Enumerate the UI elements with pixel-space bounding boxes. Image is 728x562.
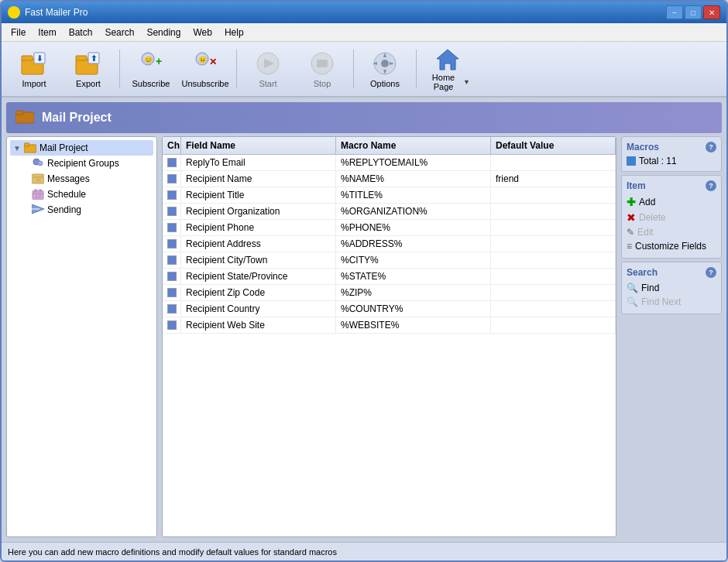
row-checkbox-1[interactable] (163, 171, 181, 187)
homepage-button[interactable]: Home Page ▼ (421, 45, 474, 93)
svg-rect-24 (15, 111, 23, 115)
table-row[interactable]: Recipient Name %NAME% friend (163, 171, 616, 187)
checkbox-7[interactable] (167, 272, 177, 281)
table-row[interactable]: Recipient Web Site %WEBSITE% (163, 317, 616, 334)
row-macro-0: %REPLYTOEMAIL% (336, 155, 491, 170)
svg-text:12: 12 (35, 194, 41, 199)
tree-recipient-groups-label: Recipient Groups (47, 158, 119, 169)
checkbox-8[interactable] (167, 288, 177, 297)
find-icon: 🔍 (627, 283, 638, 293)
checkbox-0[interactable] (167, 158, 177, 167)
toolbar-sep-1 (119, 50, 120, 88)
table-row[interactable]: Recipient Address %ADDRESS% (163, 236, 616, 252)
maximize-button[interactable]: □ (685, 5, 702, 19)
menu-item-item[interactable]: Item (32, 26, 62, 39)
table-row[interactable]: ReplyTo Email %REPLYTOEMAIL% (163, 155, 616, 171)
menu-item-file[interactable]: File (5, 26, 32, 39)
row-default-8 (491, 285, 616, 300)
row-checkbox-3[interactable] (163, 204, 181, 219)
find-action[interactable]: 🔍 Find (627, 281, 716, 295)
row-checkbox-10[interactable] (163, 317, 181, 333)
tree-item-sending[interactable]: Sending (10, 202, 153, 218)
project-header: Mail Project (6, 102, 722, 133)
subscribe-button[interactable]: 😊 + Subscribe (125, 45, 177, 93)
menu-item-batch[interactable]: Batch (63, 26, 99, 39)
row-checkbox-2[interactable] (163, 187, 181, 203)
row-checkbox-7[interactable] (163, 269, 181, 284)
tree-item-messages[interactable]: ✉ Messages (10, 171, 153, 187)
grid-header-default: Default Value (491, 137, 616, 154)
macros-help-icon[interactable]: ? (706, 142, 716, 152)
checkbox-3[interactable] (167, 207, 177, 216)
row-checkbox-0[interactable] (163, 155, 181, 170)
toolbar-sep-2 (236, 50, 237, 88)
checkbox-6[interactable] (167, 255, 177, 265)
add-action[interactable]: ✚ Add (627, 194, 716, 210)
table-row[interactable]: Recipient Phone %PHONE% (163, 220, 616, 236)
table-row[interactable]: Recipient Zip Code %ZIP% (163, 285, 616, 301)
import-button[interactable]: ⬇ Import (8, 45, 60, 93)
add-icon: ✚ (627, 196, 636, 208)
macros-title: Macros (627, 142, 659, 152)
customize-label: Customize Fields (635, 241, 706, 252)
row-macro-10: %WEBSITE% (336, 317, 491, 333)
menu-item-search[interactable]: Search (98, 26, 140, 39)
checkbox-4[interactable] (167, 223, 177, 232)
options-icon (371, 50, 399, 77)
export-button[interactable]: ⬆ Export (62, 45, 115, 93)
row-checkbox-5[interactable] (163, 236, 181, 252)
search-title: Search (627, 267, 658, 278)
minimize-button[interactable]: − (666, 5, 683, 19)
tree-root-item[interactable]: ▼ Mail Project (10, 140, 153, 156)
row-field-4: Recipient Phone (181, 220, 336, 235)
tree-item-schedule[interactable]: 12 Schedule (10, 187, 153, 202)
homepage-icon (434, 46, 462, 71)
row-checkbox-8[interactable] (163, 285, 181, 300)
content-row: ▼ Mail Project (6, 136, 722, 537)
menu-item-help[interactable]: Help (218, 26, 250, 39)
title-bar: Fast Mailer Pro − □ ✕ (2, 2, 726, 23)
row-macro-1: %NAME% (336, 171, 491, 187)
row-macro-9: %COUNTRY% (336, 301, 491, 317)
table-row[interactable]: Recipient Country %COUNTRY% (163, 301, 616, 317)
macros-total-label: Total : 11 (639, 156, 677, 166)
project-title: Mail Project (42, 111, 112, 125)
table-row[interactable]: Recipient Title %TITLE% (163, 187, 616, 204)
row-macro-4: %PHONE% (336, 220, 491, 235)
homepage-dropdown-arrow[interactable]: ▼ (463, 78, 470, 86)
delete-label: Delete (639, 212, 666, 223)
row-macro-7: %STATE% (336, 269, 491, 284)
customize-action[interactable]: ≡ Customize Fields (627, 239, 716, 253)
status-text: Here you can add new macro definitions a… (8, 547, 337, 557)
tree-expand-icon[interactable]: ▼ (13, 144, 22, 152)
grid-header-ch: Ch (163, 137, 181, 154)
checkbox-2[interactable] (167, 190, 177, 200)
checkbox-9[interactable] (167, 304, 177, 314)
checkbox-10[interactable] (167, 320, 177, 330)
row-checkbox-9[interactable] (163, 301, 181, 317)
tree-root-icon (24, 142, 36, 154)
menu-item-sending[interactable]: Sending (140, 26, 187, 39)
menu-item-web[interactable]: Web (187, 26, 218, 39)
status-bar: Here you can add new macro definitions a… (2, 542, 726, 560)
options-button[interactable]: Options (359, 45, 411, 93)
checkbox-1[interactable] (167, 174, 177, 183)
search-help-icon[interactable]: ? (706, 267, 716, 278)
edit-icon: ✎ (627, 227, 634, 238)
svg-text:✉: ✉ (36, 178, 40, 183)
row-field-6: Recipient City/Town (181, 252, 336, 268)
grid-header: Ch Field Name Macro Name Default Value (163, 137, 616, 155)
table-row[interactable]: Recipient Organization %ORGANIZATION% (163, 204, 616, 220)
svg-text:😊: 😊 (144, 55, 153, 64)
close-button[interactable]: ✕ (703, 5, 720, 19)
item-help-icon[interactable]: ? (706, 180, 716, 191)
checkbox-5[interactable] (167, 239, 177, 248)
table-row[interactable]: Recipient State/Province %STATE% (163, 269, 616, 285)
row-field-1: Recipient Name (181, 171, 336, 187)
unsubscribe-button[interactable]: 😐 ✕ Unsubscribe (179, 45, 232, 93)
row-macro-6: %CITY% (336, 252, 491, 268)
table-row[interactable]: Recipient City/Town %CITY% (163, 252, 616, 269)
tree-item-recipient-groups[interactable]: Recipient Groups (10, 156, 153, 171)
row-checkbox-6[interactable] (163, 252, 181, 268)
row-checkbox-4[interactable] (163, 220, 181, 235)
